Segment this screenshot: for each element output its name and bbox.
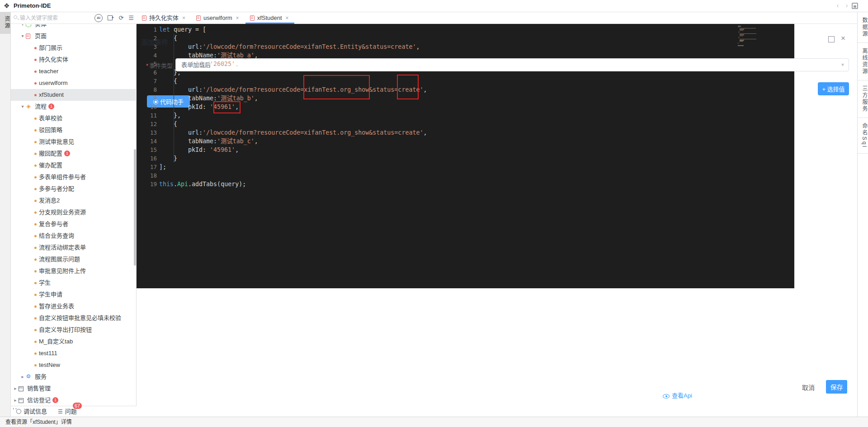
nav-forward-icon[interactable]: › — [843, 1, 850, 9]
box-icon — [19, 398, 24, 403]
refresh-icon[interactable]: ⟳ — [117, 14, 125, 22]
tab-xfStudent[interactable]: xfStudent× — [245, 12, 294, 23]
tree-item[interactable]: ▾页面 — [11, 30, 137, 42]
tab-close-icon[interactable]: × — [182, 15, 185, 21]
chevron-right-icon[interactable]: ▸ — [13, 383, 18, 394]
tree-item[interactable]: 发消息2 — [11, 195, 137, 206]
tree-item-label: 部门展示 — [39, 42, 62, 54]
tree-item[interactable]: ▾◈流程1 — [11, 101, 137, 113]
search-icon — [14, 15, 17, 19]
code-text: { — [159, 120, 177, 128]
tree-item[interactable]: 测试审批意见 — [11, 136, 137, 148]
editor-tab-bar: 持久化实体×userwlform×xfStudent× — [137, 12, 857, 24]
code-token: . — [174, 181, 177, 188]
right-strip-tab-3[interactable]: 三方服务 — [858, 80, 868, 118]
code-token: { — [159, 35, 177, 42]
collapse-list-icon[interactable]: ☰ — [127, 14, 135, 22]
create-resource-icon[interactable]: + — [106, 14, 114, 22]
code-line: 12 { — [137, 120, 794, 128]
tree-item[interactable]: 持久化实体 — [11, 54, 137, 66]
problems-count-badge: 67 — [72, 402, 82, 409]
save-icon[interactable] — [852, 3, 858, 9]
tree-item[interactable]: 学生 — [11, 277, 137, 289]
tree-item[interactable]: test111 — [11, 347, 137, 359]
chevron-down-icon[interactable]: ▾ — [20, 101, 25, 113]
code-editor[interactable]: 1let query = [2 {3 url:'/lowcode/form?re… — [137, 24, 794, 288]
tree-item[interactable]: 审批意见附件上传 — [11, 265, 137, 277]
tree-item-label: 发消息2 — [39, 195, 60, 206]
code-line: 6 }, — [137, 68, 794, 77]
chevron-down-icon[interactable]: ▾ — [20, 24, 25, 30]
editor-minimap[interactable] — [738, 26, 779, 47]
tree-item[interactable]: M_自定义tab — [11, 336, 137, 347]
code-token: '测试tab_b' — [217, 95, 255, 102]
right-strip-tab-2[interactable]: 离线资源 — [858, 43, 868, 80]
sidebar-search-row: AI + ⟳ ☰ — [11, 12, 137, 24]
minimap-line — [739, 27, 739, 28]
tab-close-icon[interactable]: × — [236, 15, 239, 21]
line-number: 5 — [137, 60, 157, 68]
tree-item[interactable]: 部门展示 — [11, 42, 137, 54]
tree-item[interactable]: 复合参与者 — [11, 218, 137, 230]
tree-item[interactable]: 多参与者分配 — [11, 183, 137, 195]
right-strip-tab-1[interactable]: 数据源 — [858, 12, 868, 43]
tree-item[interactable]: 自定义导出打印按钮 — [11, 324, 137, 336]
tree-item[interactable]: 结合业务查询 — [11, 230, 137, 242]
chevron-right-icon[interactable]: ▸ — [20, 371, 25, 383]
ai-assistant-icon[interactable]: AI — [94, 14, 103, 22]
tab-userwlform[interactable]: userwlform× — [192, 12, 245, 23]
tree-item[interactable]: 流程图展示问题 — [11, 253, 137, 265]
tree-item-label: 流程图展示问题 — [39, 253, 80, 265]
tree-item-label: 撤回配置1 — [39, 148, 70, 160]
tree-item-label: 学生 — [39, 277, 51, 289]
tree-item[interactable]: 自定义按钮审批意见必填未校验 — [11, 312, 137, 324]
tree-item[interactable]: ▸⚙服务 — [11, 371, 137, 383]
cancel-button[interactable]: 取消 — [802, 383, 815, 392]
save-button[interactable]: 保存 — [826, 380, 847, 394]
tree-item[interactable]: userwlform — [11, 77, 137, 89]
tree-item-label: 自定义按钮审批意见必填未校验 — [39, 312, 121, 324]
tree-item[interactable]: 暂存进业务表 — [11, 300, 137, 312]
tree-item[interactable]: ▸销售管理 — [11, 383, 137, 394]
code-line: 13 url:'/lowcode/form?resourceCode=xifan… — [137, 128, 794, 137]
tree-item[interactable]: 催办配置 — [11, 160, 137, 171]
app-title: Primeton-IDE — [14, 2, 51, 9]
tree-item[interactable]: testNew — [11, 359, 137, 371]
line-number: 7 — [137, 77, 157, 85]
tree-item[interactable]: 流程活动绑定表单 — [11, 242, 137, 253]
tab-close-icon[interactable]: × — [286, 15, 289, 21]
eye-icon — [663, 394, 670, 399]
tree-item-label: 分支规则业务资源 — [39, 206, 86, 218]
line-number: 16 — [137, 154, 157, 163]
resources-strip-tab[interactable]: 资源 — [0, 12, 11, 34]
tree-item[interactable]: 分支规则业务资源 — [11, 206, 137, 218]
debug-info-button[interactable]: 调试信息 — [16, 406, 47, 417]
tree-item[interactable]: 表单校验 — [11, 113, 137, 124]
chevron-right-icon[interactable]: ▸ — [13, 394, 18, 406]
tree-item-label: 多参与者分配 — [39, 183, 74, 195]
right-strip-tab-4[interactable]: 命名Sql — [858, 118, 868, 154]
chevron-down-icon[interactable]: ▾ — [20, 30, 25, 42]
tree-item[interactable]: teacher — [11, 66, 137, 77]
tree-item[interactable]: 学生申请 — [11, 289, 137, 300]
highlight-box — [397, 75, 419, 99]
tree-item-dot — [34, 329, 37, 331]
nav-back-icon[interactable]: ‹ — [834, 1, 841, 9]
tab-持久化实体[interactable]: 持久化实体× — [137, 12, 191, 23]
tree-item[interactable]: 撤回配置1 — [11, 148, 137, 160]
code-text: }, — [159, 68, 181, 77]
code-token: url: — [159, 43, 203, 50]
tree-item[interactable]: ▾实体 — [11, 24, 137, 30]
tree-item[interactable]: 驳回策略 — [11, 124, 137, 136]
tree-item[interactable]: xfStudent — [11, 89, 137, 101]
tree-item-dot — [34, 352, 37, 355]
code-token: .addTabs(query); — [188, 181, 246, 188]
code-token: , — [423, 86, 427, 93]
code-token: query = [ — [170, 26, 206, 33]
sidebar-scrollbar[interactable] — [134, 149, 136, 266]
view-api-link[interactable]: 查看Api — [663, 391, 692, 399]
code-token: '/lowcode/form?resourceCode=xifanTest.or… — [203, 129, 423, 136]
tree-item[interactable]: 多表单组件参与者 — [11, 171, 137, 183]
code-token: } — [159, 155, 177, 162]
search-input[interactable] — [20, 13, 83, 23]
